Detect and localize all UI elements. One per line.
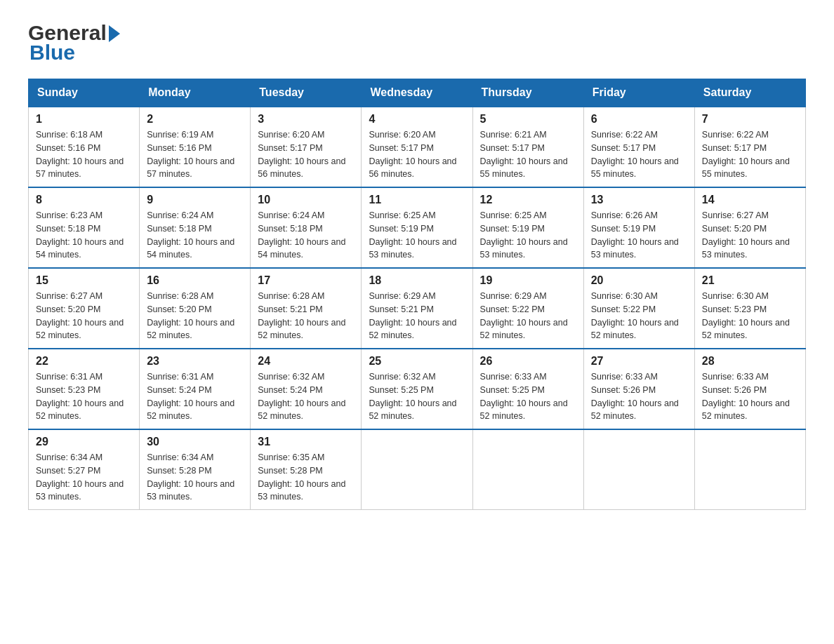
day-number: 1 bbox=[36, 113, 132, 126]
calendar-cell: 10 Sunrise: 6:24 AMSunset: 5:18 PMDaylig… bbox=[251, 187, 362, 268]
calendar-cell: 8 Sunrise: 6:23 AMSunset: 5:18 PMDayligh… bbox=[29, 187, 140, 268]
day-number: 4 bbox=[369, 113, 465, 126]
calendar-week-5: 29 Sunrise: 6:34 AMSunset: 5:27 PMDaylig… bbox=[29, 429, 806, 510]
day-info: Sunrise: 6:27 AMSunset: 5:20 PMDaylight:… bbox=[36, 290, 132, 342]
header-friday: Friday bbox=[583, 79, 694, 107]
calendar-cell: 20 Sunrise: 6:30 AMSunset: 5:22 PMDaylig… bbox=[583, 268, 694, 349]
calendar-header-row: SundayMondayTuesdayWednesdayThursdayFrid… bbox=[29, 79, 806, 107]
day-info: Sunrise: 6:28 AMSunset: 5:21 PMDaylight:… bbox=[258, 290, 354, 342]
calendar-cell: 24 Sunrise: 6:32 AMSunset: 5:24 PMDaylig… bbox=[251, 349, 362, 429]
calendar-cell: 21 Sunrise: 6:30 AMSunset: 5:23 PMDaylig… bbox=[694, 268, 805, 349]
day-info: Sunrise: 6:18 AMSunset: 5:16 PMDaylight:… bbox=[36, 128, 132, 181]
day-number: 10 bbox=[258, 194, 354, 206]
day-number: 20 bbox=[591, 274, 687, 287]
day-number: 31 bbox=[258, 436, 354, 448]
calendar-week-1: 1 Sunrise: 6:18 AMSunset: 5:16 PMDayligh… bbox=[29, 107, 806, 187]
day-number: 2 bbox=[147, 113, 243, 126]
calendar-cell: 19 Sunrise: 6:29 AMSunset: 5:22 PMDaylig… bbox=[472, 268, 583, 349]
day-info: Sunrise: 6:33 AMSunset: 5:26 PMDaylight:… bbox=[591, 370, 687, 423]
day-number: 18 bbox=[369, 274, 465, 287]
day-info: Sunrise: 6:25 AMSunset: 5:19 PMDaylight:… bbox=[480, 209, 576, 262]
day-number: 7 bbox=[702, 113, 798, 126]
day-info: Sunrise: 6:26 AMSunset: 5:19 PMDaylight:… bbox=[591, 209, 687, 262]
header-wednesday: Wednesday bbox=[362, 79, 472, 107]
day-info: Sunrise: 6:29 AMSunset: 5:22 PMDaylight:… bbox=[480, 290, 576, 342]
header-monday: Monday bbox=[140, 79, 251, 107]
day-number: 23 bbox=[147, 355, 243, 368]
day-number: 22 bbox=[36, 355, 132, 368]
calendar-cell: 1 Sunrise: 6:18 AMSunset: 5:16 PMDayligh… bbox=[29, 107, 140, 187]
day-number: 16 bbox=[147, 274, 243, 287]
day-number: 9 bbox=[147, 194, 243, 206]
calendar-cell: 13 Sunrise: 6:26 AMSunset: 5:19 PMDaylig… bbox=[583, 187, 694, 268]
day-info: Sunrise: 6:22 AMSunset: 5:17 PMDaylight:… bbox=[702, 128, 798, 181]
day-number: 5 bbox=[480, 113, 576, 126]
calendar-cell: 17 Sunrise: 6:28 AMSunset: 5:21 PMDaylig… bbox=[251, 268, 362, 349]
calendar-cell: 23 Sunrise: 6:31 AMSunset: 5:24 PMDaylig… bbox=[140, 349, 251, 429]
day-info: Sunrise: 6:33 AMSunset: 5:25 PMDaylight:… bbox=[480, 370, 576, 423]
day-number: 24 bbox=[258, 355, 354, 368]
calendar-cell: 30 Sunrise: 6:34 AMSunset: 5:28 PMDaylig… bbox=[140, 429, 251, 510]
calendar-cell: 25 Sunrise: 6:32 AMSunset: 5:25 PMDaylig… bbox=[362, 349, 472, 429]
day-info: Sunrise: 6:32 AMSunset: 5:24 PMDaylight:… bbox=[258, 370, 354, 423]
day-info: Sunrise: 6:20 AMSunset: 5:17 PMDaylight:… bbox=[369, 128, 465, 181]
day-info: Sunrise: 6:29 AMSunset: 5:21 PMDaylight:… bbox=[369, 290, 465, 342]
calendar-cell: 18 Sunrise: 6:29 AMSunset: 5:21 PMDaylig… bbox=[362, 268, 472, 349]
calendar-cell: 27 Sunrise: 6:33 AMSunset: 5:26 PMDaylig… bbox=[583, 349, 694, 429]
calendar-cell: 4 Sunrise: 6:20 AMSunset: 5:17 PMDayligh… bbox=[362, 107, 472, 187]
day-info: Sunrise: 6:19 AMSunset: 5:16 PMDaylight:… bbox=[147, 128, 243, 181]
day-number: 3 bbox=[258, 113, 354, 126]
calendar-cell: 28 Sunrise: 6:33 AMSunset: 5:26 PMDaylig… bbox=[694, 349, 805, 429]
header-thursday: Thursday bbox=[472, 79, 583, 107]
day-number: 25 bbox=[369, 355, 465, 368]
day-info: Sunrise: 6:33 AMSunset: 5:26 PMDaylight:… bbox=[702, 370, 798, 423]
day-info: Sunrise: 6:30 AMSunset: 5:22 PMDaylight:… bbox=[591, 290, 687, 342]
day-info: Sunrise: 6:25 AMSunset: 5:19 PMDaylight:… bbox=[369, 209, 465, 262]
calendar-cell: 7 Sunrise: 6:22 AMSunset: 5:17 PMDayligh… bbox=[694, 107, 805, 187]
logo-triangle-icon bbox=[109, 25, 120, 42]
day-info: Sunrise: 6:32 AMSunset: 5:25 PMDaylight:… bbox=[369, 370, 465, 423]
calendar-cell: 12 Sunrise: 6:25 AMSunset: 5:19 PMDaylig… bbox=[472, 187, 583, 268]
day-info: Sunrise: 6:20 AMSunset: 5:17 PMDaylight:… bbox=[258, 128, 354, 181]
calendar-cell: 3 Sunrise: 6:20 AMSunset: 5:17 PMDayligh… bbox=[251, 107, 362, 187]
day-number: 21 bbox=[702, 274, 798, 287]
calendar-cell: 31 Sunrise: 6:35 AMSunset: 5:28 PMDaylig… bbox=[251, 429, 362, 510]
day-info: Sunrise: 6:31 AMSunset: 5:24 PMDaylight:… bbox=[147, 370, 243, 423]
day-info: Sunrise: 6:34 AMSunset: 5:28 PMDaylight:… bbox=[147, 451, 243, 504]
day-number: 28 bbox=[702, 355, 798, 368]
calendar-week-2: 8 Sunrise: 6:23 AMSunset: 5:18 PMDayligh… bbox=[29, 187, 806, 268]
header-tuesday: Tuesday bbox=[251, 79, 362, 107]
calendar-cell: 6 Sunrise: 6:22 AMSunset: 5:17 PMDayligh… bbox=[583, 107, 694, 187]
calendar-table: SundayMondayTuesdayWednesdayThursdayFrid… bbox=[28, 79, 806, 510]
day-number: 12 bbox=[480, 194, 576, 206]
calendar-cell bbox=[583, 429, 694, 510]
header-sunday: Sunday bbox=[29, 79, 140, 107]
day-number: 14 bbox=[702, 194, 798, 206]
day-number: 19 bbox=[480, 274, 576, 287]
calendar-cell: 16 Sunrise: 6:28 AMSunset: 5:20 PMDaylig… bbox=[140, 268, 251, 349]
calendar-cell: 9 Sunrise: 6:24 AMSunset: 5:18 PMDayligh… bbox=[140, 187, 251, 268]
calendar-week-4: 22 Sunrise: 6:31 AMSunset: 5:23 PMDaylig… bbox=[29, 349, 806, 429]
day-info: Sunrise: 6:27 AMSunset: 5:20 PMDaylight:… bbox=[702, 209, 798, 262]
logo: General Blue bbox=[28, 21, 122, 65]
calendar-cell: 15 Sunrise: 6:27 AMSunset: 5:20 PMDaylig… bbox=[29, 268, 140, 349]
day-info: Sunrise: 6:22 AMSunset: 5:17 PMDaylight:… bbox=[591, 128, 687, 181]
day-number: 11 bbox=[369, 194, 465, 206]
day-info: Sunrise: 6:35 AMSunset: 5:28 PMDaylight:… bbox=[258, 451, 354, 504]
day-number: 13 bbox=[591, 194, 687, 206]
page-header: General Blue bbox=[28, 21, 806, 65]
day-number: 6 bbox=[591, 113, 687, 126]
day-info: Sunrise: 6:24 AMSunset: 5:18 PMDaylight:… bbox=[147, 209, 243, 262]
calendar-cell bbox=[362, 429, 472, 510]
calendar-cell: 29 Sunrise: 6:34 AMSunset: 5:27 PMDaylig… bbox=[29, 429, 140, 510]
day-info: Sunrise: 6:21 AMSunset: 5:17 PMDaylight:… bbox=[480, 128, 576, 181]
day-info: Sunrise: 6:28 AMSunset: 5:20 PMDaylight:… bbox=[147, 290, 243, 342]
calendar-cell: 22 Sunrise: 6:31 AMSunset: 5:23 PMDaylig… bbox=[29, 349, 140, 429]
day-number: 15 bbox=[36, 274, 132, 287]
calendar-week-3: 15 Sunrise: 6:27 AMSunset: 5:20 PMDaylig… bbox=[29, 268, 806, 349]
calendar-cell: 14 Sunrise: 6:27 AMSunset: 5:20 PMDaylig… bbox=[694, 187, 805, 268]
calendar-cell: 5 Sunrise: 6:21 AMSunset: 5:17 PMDayligh… bbox=[472, 107, 583, 187]
calendar-cell: 2 Sunrise: 6:19 AMSunset: 5:16 PMDayligh… bbox=[140, 107, 251, 187]
day-number: 27 bbox=[591, 355, 687, 368]
calendar-cell: 11 Sunrise: 6:25 AMSunset: 5:19 PMDaylig… bbox=[362, 187, 472, 268]
